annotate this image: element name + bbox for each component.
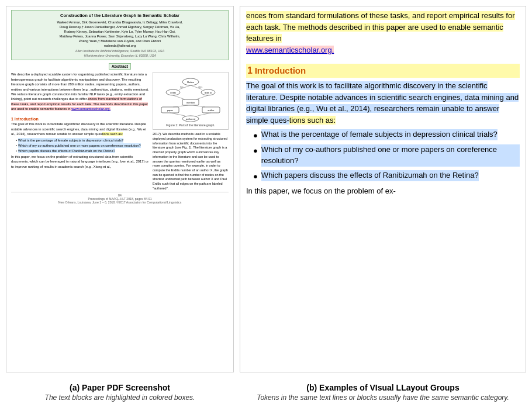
right-bullet-text-2: Which of my co-authors published one or …	[261, 144, 520, 167]
right-bullet-item-3: ● Which papers discuss the effects of Ra…	[253, 170, 520, 182]
svg-line-17	[196, 95, 208, 99]
right-bullet-dot-3: ●	[253, 171, 258, 182]
bullet-item-1: • What is the percentage of female subje…	[16, 138, 150, 143]
svg-text:authored: authored	[186, 118, 195, 120]
svg-text:entity: entity	[170, 91, 176, 94]
right-content: ences from standard formulations of thes…	[240, 6, 526, 372]
paper-affiliation1: Allen Institute for Artificial Intellige…	[15, 49, 224, 53]
svg-line-21	[198, 113, 211, 116]
bullet-dot-2: •	[16, 143, 17, 148]
bullet-text-1: What is the percentage of female subject…	[18, 138, 123, 143]
figure-col: Retina entity links to mention paper aut…	[153, 72, 229, 191]
svg-text:paper: paper	[167, 109, 174, 112]
bullet-item-3: • Which papers discuss the effects of Ra…	[16, 149, 150, 153]
section-title-right: Introduction	[255, 65, 306, 75]
right-bullet-item-1: ● What is the percentage of female subje…	[253, 129, 520, 141]
intro-label-left: 1 Introduction	[11, 116, 150, 122]
caption-right-title: (b) Examples of VIsual LLayout Groups	[240, 383, 526, 392]
two-col-layout: We describe a deployed scalable system f…	[11, 72, 229, 191]
figure-graph: Retina entity links to mention paper aut…	[156, 75, 226, 122]
svg-text:has: has	[180, 86, 184, 88]
svg-text:author: author	[208, 109, 215, 112]
right-intro-hl: The goal of this work is to facilitate a…	[246, 81, 519, 125]
section-header: 1 Introduction	[246, 64, 520, 78]
figure-caption: Figure 1: Part of the literature graph.	[156, 123, 226, 127]
page-footer: 84 Proceedings of NAACL-HLT 2018, pages …	[11, 192, 229, 204]
right-intro-block: The goal of this work is to facilitate a…	[246, 80, 520, 126]
paper-affiliation2: †Northwestern University, Evanston IL 60…	[15, 54, 224, 57]
abstract-section: Abstract	[11, 63, 229, 71]
right-top-highlight-pink: www.semanticscholar.org.	[246, 46, 334, 54]
caption-right-subtitle: Tokens in the same text lines or blocks …	[240, 393, 526, 402]
paper-title-section: Construction of the Literature Graph in …	[11, 10, 229, 60]
caption-right: (b) Examples of VIsual LLayout Groups To…	[240, 383, 526, 402]
bullet-item-2: • Which of my co-authors published one o…	[16, 143, 150, 148]
abstract-label: Abstract	[109, 63, 131, 70]
right-panel: ences from standard formulations of thes…	[240, 6, 526, 372]
right-intro-text: The goal of this work is to facilitate a…	[246, 80, 520, 126]
right-col-text: 2017). We describe methods used in a sca…	[153, 132, 229, 191]
caption-left-subtitle: The text blocks are highlighted in color…	[6, 393, 234, 402]
paper-authors: Waleed Ammar, Dirk Groeneveld, Chandra B…	[15, 20, 224, 49]
bullet-dot-1: •	[16, 138, 17, 143]
right-bullet-text-1: What is the percentage of female subject…	[261, 129, 498, 140]
svg-text:mention: mention	[186, 101, 195, 104]
bottom-captions: (a) Paper PDF Screenshot The text blocks…	[0, 378, 532, 404]
intro-text-left: The goal of this work is to facilitate a…	[11, 122, 150, 136]
right-bullet-text-3: Which papers discuss the effects of Rani…	[261, 170, 479, 181]
abstract-body: We describe a deployed scalable system f…	[11, 72, 149, 111]
right-last-text: In this paper, we focus on the problem o…	[246, 185, 520, 197]
svg-line-20	[170, 113, 185, 116]
right-top-highlight-yellow: ences from standard formulations of thes…	[246, 11, 515, 43]
svg-text:Retina: Retina	[187, 81, 194, 84]
right-tions-such-as: tions such as:	[289, 116, 336, 125]
figure-box: Retina entity links to mention paper aut…	[153, 72, 229, 130]
left-panel: Construction of the Literature Graph in …	[6, 6, 234, 372]
paper-title: Construction of the Literature Graph in …	[15, 13, 224, 19]
right-top-text: ences from standard formulations of thes…	[246, 10, 520, 56]
bullet-list-left: • What is the percentage of female subje…	[16, 138, 150, 153]
svg-line-18	[173, 105, 188, 107]
svg-text:cites: cites	[198, 86, 202, 88]
paragraph2-left: In this paper, we focus on the problem o…	[11, 154, 150, 169]
abstract-text-col: We describe a deployed scalable system f…	[11, 72, 150, 191]
right-bullet-item-2: ● Which of my co-authors published one o…	[253, 144, 520, 167]
section-number: 1	[247, 65, 253, 75]
svg-text:links to: links to	[205, 91, 212, 94]
bullet-text-2: Which of my co-authors published one or …	[18, 143, 141, 148]
bullet-dot-3: •	[16, 149, 17, 153]
right-bullet-dot-2: ●	[253, 146, 258, 156]
bullet-text-3: Which papers discuss the effects of Rani…	[18, 149, 115, 153]
svg-line-19	[194, 105, 205, 107]
svg-line-16	[173, 95, 185, 99]
right-bullet-list: ● What is the percentage of female subje…	[253, 129, 520, 182]
right-bullet-dot-1: ●	[253, 130, 258, 141]
caption-left-title: (a) Paper PDF Screenshot	[6, 383, 234, 392]
caption-left: (a) Paper PDF Screenshot The text blocks…	[6, 383, 234, 402]
conference: New Orleans, Louisiana, June 1 – 6, 2018…	[11, 201, 229, 204]
